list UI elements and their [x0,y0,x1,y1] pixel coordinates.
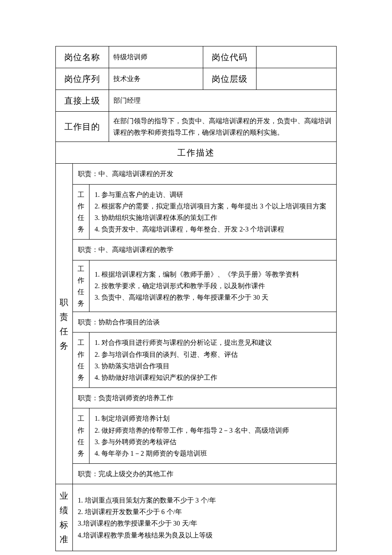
position-name-value: 特级培训师 [109,46,203,68]
work-purpose-value: 在部门领导的指导下，负责中、高端培训课程的开发，负责中、高端培训课程的教学和师资… [109,112,337,142]
position-series-label: 岗位序列 [56,68,109,90]
duties-label: 职责任务 [56,164,73,484]
performance-label: 业绩标准 [56,484,73,551]
performance-label-text: 业绩标准 [58,489,71,546]
task-label: 工作任务 [72,184,89,240]
duty-title: 职责：完成上级交办的其他工作 [72,464,336,484]
position-code-label: 岗位代码 [203,46,256,68]
task-content: 1. 制定培训师资培养计划2. 做好师资培养的传帮带工作，每年指导 2－3 名中… [89,408,337,464]
job-description-table: 岗位名称 特级培训师 岗位代码 岗位序列 技术业务 岗位层级 直接上级 部门经理… [55,46,337,551]
performance-content: 1. 培训重点项目策划方案的数量不少于 3 个/年2. 培训课程开发数量不少于 … [72,484,336,551]
position-level-value [257,68,337,90]
task-label: 工作任务 [72,260,89,312]
task-label: 工作任务 [72,332,89,388]
duties-label-text: 职责任务 [58,295,71,353]
position-code-value [257,46,337,68]
task-content: 1. 根据培训课程方案，编制《教师手册》、《学员手册》等教学资料2. 按教学要求… [89,260,337,312]
position-series-value: 技术业务 [109,68,203,90]
duty-title: 职责：负责培训师资的培养工作 [72,388,336,408]
position-name-label: 岗位名称 [56,46,109,68]
direct-superior-label: 直接上级 [56,90,109,112]
task-label: 工作任务 [72,408,89,464]
work-description-title: 工作描述 [56,142,337,164]
work-purpose-label: 工作目的 [56,112,109,142]
duty-title: 职责：中、高端培训课程的教学 [72,240,336,260]
duty-title: 职责：中、高端培训课程的开发 [72,164,336,184]
duty-title: 职责：协助合作项目的洽谈 [72,312,336,332]
position-level-label: 岗位层级 [203,68,256,90]
task-content: 1. 对合作项目进行师资与课程的分析论证，提出意见和建议2. 参与培训合作项目的… [89,332,337,388]
direct-superior-value: 部门经理 [109,90,337,112]
task-content: 1. 参与重点客户的走访、调研2. 根据客户的需要，拟定重点培训项目方案，每年提… [89,184,337,240]
